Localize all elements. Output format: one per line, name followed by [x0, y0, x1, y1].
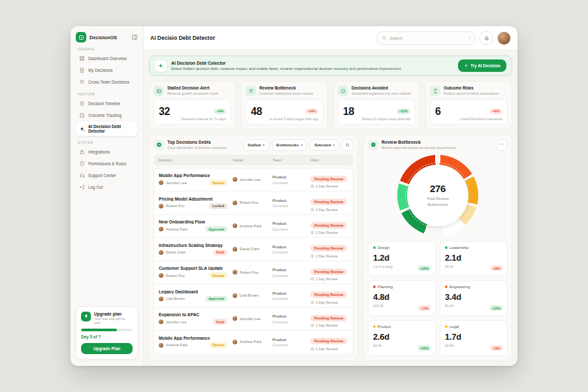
trial-progress-bar [81, 329, 133, 331]
table-row[interactable]: Expansion to APAC Jennifer LeeDraft Jenn… [154, 308, 353, 331]
stat-caption: In review 5 days longer than avg [269, 117, 318, 121]
dept-card-planning: Planning 4.8d 115.2h -14% [368, 280, 436, 316]
avatar [159, 297, 163, 301]
stat-badge: +9% [214, 108, 226, 114]
hourglass-icon [430, 86, 440, 96]
table-row[interactable]: Pricing Model Adjustment Robert FoxLocke… [154, 191, 353, 215]
table-title: Top Decisions Debts [167, 140, 227, 144]
sidebar-item-support-center[interactable]: Support Center [76, 170, 138, 181]
filter-bottlenecks[interactable]: Bottlenecks [272, 139, 307, 151]
table-search-button[interactable] [342, 139, 353, 151]
status-badge: Review [209, 180, 227, 186]
trial-progress-fill [81, 329, 117, 331]
status-dot [373, 325, 376, 328]
avatar [233, 270, 237, 274]
more-menu-button[interactable] [496, 139, 508, 151]
search-box: / [376, 31, 476, 45]
sidebar-item-dashboard-overview[interactable]: Dashboard Overview [76, 53, 138, 64]
clock-badge-icon [368, 140, 378, 150]
stat-badge: +32% [397, 108, 410, 114]
table-row[interactable]: Customer Support SLA Update Robert FoxRe… [154, 261, 353, 285]
status-dot [445, 325, 448, 328]
upgrade-plan-card: Upgrade plan Your free trial will be ove… [76, 306, 138, 360]
avatar [233, 316, 237, 321]
sidebar-item-my-decisions[interactable]: My Decisions [76, 65, 138, 76]
main-area: AI Decisio Debt Detector / AI Decision D… [144, 26, 517, 366]
dept-badge: +34% [489, 305, 503, 311]
alert-badge: Pending Review [310, 338, 347, 344]
sidebar-item-cross-team-decisions[interactable]: Cross-Team Decisions [76, 76, 138, 88]
chevron-down-icon [301, 142, 302, 147]
banner-description: Detect hidden decision debt, measure imp… [171, 67, 401, 71]
sidebar-item-label: Integrations [88, 150, 110, 154]
clock-icon [310, 208, 314, 212]
table-row[interactable]: Mobile App Performance Andrew ParkReview… [154, 331, 353, 354]
sidebar-item-decision-timeline[interactable]: Decision Timeline [76, 98, 138, 109]
dept-card-engineering: Engineering 3.4d 81.6h +34% [440, 280, 508, 316]
table-row[interactable]: Mobile App Performance Jennifer LeeRevie… [154, 169, 353, 192]
search-input[interactable] [389, 36, 466, 41]
tracking-icon [79, 112, 85, 118]
ai-sparkle-icon [155, 60, 167, 72]
try-ai-decision-button[interactable]: Try AI Decision [458, 59, 506, 72]
sidebar-collapse-icon[interactable] [131, 34, 138, 41]
app-window: DecisionOS GENERAL Dashboard Overview My… [71, 26, 517, 366]
avatar [159, 273, 163, 278]
app-name: DecisionOS [90, 35, 117, 41]
sidebar-item-label: Support Center [88, 173, 116, 178]
stat-value: 6 [435, 106, 440, 118]
sidebar-item-ai-decision-debt-detector[interactable]: AI Decision Debt Detector [76, 122, 138, 136]
status-badge: Draft [213, 319, 227, 325]
filter-stalled[interactable]: Stalled [243, 139, 269, 151]
avatar [233, 293, 237, 298]
sidebar-item-outcome-tracking[interactable]: Outcome Tracking [76, 110, 138, 121]
status-dot [373, 286, 376, 288]
sidebar-item-log-out[interactable]: Log Out [76, 182, 138, 193]
sidebar-item-permissions-rules[interactable]: Permissions & Rules [76, 158, 138, 169]
upgrade-plan-button[interactable]: Upgrade Plan [81, 343, 133, 354]
sidebar-item-label: Dashboard Overview [88, 56, 127, 61]
table-subtitle: Clear distribution of decision outcomes [167, 146, 227, 150]
dept-badge: +52% [417, 345, 431, 351]
user-avatar[interactable] [497, 31, 511, 45]
chevron-down-icon [333, 142, 335, 147]
avatar [233, 177, 237, 182]
ai-banner: AI Decision Debt Colector Detect hidden … [149, 56, 512, 76]
logout-icon [79, 184, 85, 190]
bell-icon [483, 35, 490, 41]
clock-icon [310, 231, 314, 235]
stat-value: 32 [159, 106, 170, 118]
status-dot [445, 246, 448, 249]
donut-center: 276 Total Review Bottlenecks [407, 165, 468, 226]
app-logo-icon [76, 32, 86, 42]
review-title: Review Bottleneck [382, 140, 456, 144]
table-row[interactable]: Infrastructure Scaling Strategy David Cl… [154, 238, 353, 261]
review-bottleneck-panel: Review Bottleneck Monitor approval delay… [363, 135, 512, 361]
sparkle-icon [79, 126, 85, 132]
status-badge: Review [209, 272, 227, 278]
dept-badge: -48% [490, 265, 503, 271]
notification-button[interactable] [480, 31, 493, 45]
status-badge: Approved [205, 226, 227, 232]
status-dot [445, 286, 448, 288]
sidebar: DecisionOS GENERAL Dashboard Overview My… [71, 26, 144, 366]
status-dot-icon [154, 140, 164, 150]
table-row[interactable]: Expansion to APAC Robert FoxLocked Rober… [154, 354, 353, 357]
avatar [159, 204, 163, 208]
alert-badge: Pending Review [310, 176, 347, 182]
table-row[interactable]: New Onboarding Flow Andrew ParkApproved … [154, 215, 353, 238]
search-icon [345, 142, 350, 148]
table-row[interactable]: Legacy Dashboard Lisa BrownApproved Lisa… [154, 284, 353, 308]
search-shortcut-hint: / [469, 36, 470, 41]
upgrade-gem-icon [81, 312, 91, 321]
lock-icon [79, 149, 85, 155]
sidebar-item-integrations[interactable]: Integrations [76, 146, 138, 157]
dept-badge: -14% [418, 305, 431, 311]
dept-card-design: Design 1.2d (-0.4 vs avg) +50% [368, 241, 436, 277]
avatar [233, 340, 237, 344]
alert-badge: Pending Review [310, 222, 347, 229]
table-rows: Mobile App Performance Jennifer LeeRevie… [154, 168, 353, 357]
stats-row: Stalled Decision Alert Revenue growth co… [149, 81, 512, 129]
filter-selected[interactable]: Selected [310, 139, 339, 151]
check-circle-icon [338, 86, 348, 96]
